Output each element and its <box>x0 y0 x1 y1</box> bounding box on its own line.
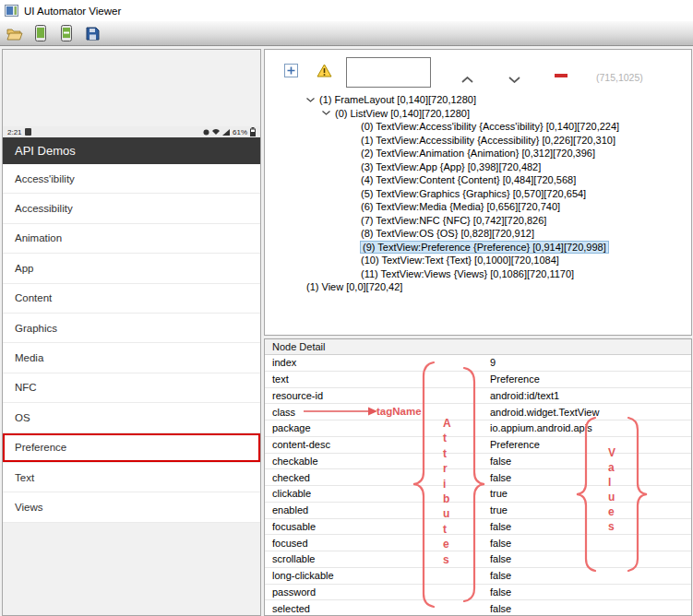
device-status-bar: 2:21 61% <box>3 126 260 137</box>
warning-icon[interactable] <box>317 64 332 81</box>
pointer-coordinates: (715,1025) <box>596 72 643 83</box>
alarm-icon <box>203 129 209 136</box>
table-row-content-desc: content-descPreference <box>265 437 691 454</box>
menu-item-content[interactable]: Content <box>3 284 260 314</box>
menu-item-app[interactable]: App <box>3 254 260 283</box>
node-detail-panel: Node Detail index9 textPreference resour… <box>264 338 692 616</box>
table-row-long-clickable: long-clickablefalse <box>265 568 691 585</box>
table-row-package: packageio.appium.android.apis <box>265 421 691 437</box>
table-row-clickable: clickabletrue <box>265 486 691 503</box>
table-row-resource-id: resource-idandroid:id/text1 <box>265 388 691 405</box>
main-toolbar <box>0 21 693 46</box>
app-title-bar: API Demos <box>3 137 260 164</box>
demo-menu-list: Access'ibility Accessibility Animation A… <box>3 164 260 523</box>
tree-node-textview-4[interactable]: (4) TextView:Content {Content} [0,484][7… <box>265 173 691 187</box>
menu-item-media[interactable]: Media <box>3 343 260 373</box>
wifi-icon <box>212 129 220 135</box>
minus-icon[interactable] <box>555 74 568 77</box>
window-title: UI Automator Viewer <box>24 6 121 17</box>
battery-percent: 61% <box>233 128 247 136</box>
chevron-expanded-icon[interactable] <box>322 111 335 115</box>
tree-node-textview-0[interactable]: (0) TextView:Access'ibility {Access'ibil… <box>265 120 691 134</box>
hierarchy-tree-panel: (715,1025) (1) FrameLayout [0,140][720,1… <box>264 49 692 336</box>
node-detail-table: index9 textPreference resource-idandroid… <box>265 355 691 616</box>
save-icon[interactable] <box>83 24 102 42</box>
tree-node-textview-9-selected[interactable]: (9) TextView:Preference {Preference} [0,… <box>265 241 691 255</box>
table-row-index: index9 <box>265 355 691 372</box>
signal-icon <box>222 129 230 136</box>
tree-node-listview[interactable]: (0) ListView [0,140][720,1280] <box>265 107 691 121</box>
table-row-password: passwordfalse <box>265 585 691 601</box>
table-row-selected: selectedfalse <box>265 600 691 616</box>
menu-item-nfc[interactable]: NFC <box>3 373 260 403</box>
menu-item-os[interactable]: OS <box>3 403 260 432</box>
menu-item-text[interactable]: Text <box>3 463 260 492</box>
table-row-text: textPreference <box>265 372 691 388</box>
tree-node-view[interactable]: (1) View [0,0][720,42] <box>265 280 691 294</box>
tree-node-textview-1[interactable]: (1) TextView:Accessibility {Accessibilit… <box>265 134 691 148</box>
tree-node-textview-6[interactable]: (6) TextView:Media {Media} [0,656][720,7… <box>265 200 691 214</box>
notification-icon <box>25 128 31 136</box>
device-screenshot-panel: 2:21 61% API Demos Access'ibility <box>2 49 261 616</box>
table-row-enabled: enabledtrue <box>265 503 691 519</box>
expand-all-icon[interactable] <box>284 64 298 81</box>
tree-node-textview-10[interactable]: (10) TextView:Text {Text} [0,1000][720,1… <box>265 254 691 267</box>
tree-node-textview-3[interactable]: (3) TextView:App {App} [0,398][720,482] <box>265 160 691 174</box>
status-time: 2:21 <box>7 128 22 136</box>
menu-item-preference[interactable]: Preference <box>3 433 260 463</box>
tree-node-textview-2[interactable]: (2) TextView:Animation {Animation} [0,31… <box>265 147 691 160</box>
title-bar: UI Automator Viewer <box>0 0 693 21</box>
chevron-up-icon[interactable] <box>461 70 473 87</box>
chevron-down-icon[interactable] <box>508 70 520 87</box>
search-input[interactable] <box>346 57 431 88</box>
menu-item-animation[interactable]: Animation <box>3 224 260 254</box>
table-row-focused: focusedfalse <box>265 535 691 551</box>
battery-icon <box>250 127 256 136</box>
tree-node-framelayout[interactable]: (1) FrameLayout [0,140][720,1280] <box>265 93 691 107</box>
table-row-checked: checkedfalse <box>265 469 691 486</box>
node-detail-title: Node Detail <box>265 339 691 355</box>
tree-node-textview-5[interactable]: (5) TextView:Graphics {Graphics} [0,570]… <box>265 187 691 201</box>
device-screen: 2:21 61% API Demos Access'ibility <box>3 126 260 523</box>
menu-item-views[interactable]: Views <box>3 492 260 522</box>
tree-node-textview-7[interactable]: (7) TextView:NFC {NFC} [0,742][720,826] <box>265 214 691 228</box>
device-screenshot-icon[interactable] <box>31 24 50 42</box>
tree-node-textview-11[interactable]: (11) TextView:Views {Views} [0,1086][720… <box>265 267 691 281</box>
menu-item-graphics[interactable]: Graphics <box>3 314 260 343</box>
app-icon <box>5 5 18 17</box>
open-folder-icon[interactable] <box>6 24 24 42</box>
hierarchy-tree: (1) FrameLayout [0,140][720,1280] (0) Li… <box>265 93 691 294</box>
ui-automator-viewer-window: UI Automator Viewer <box>0 0 693 616</box>
tree-node-textview-8[interactable]: (8) TextView:OS {OS} [0,828][720,912] <box>265 227 691 241</box>
table-row-class: classandroid.widget.TextView <box>265 404 691 421</box>
menu-item-accessibility-1[interactable]: Access'ibility <box>3 164 260 194</box>
table-row-scrollable: scrollablefalse <box>265 551 691 568</box>
chevron-expanded-icon[interactable] <box>306 98 319 102</box>
menu-item-accessibility-2[interactable]: Accessibility <box>3 194 260 223</box>
device-screenshot-compressed-icon[interactable] <box>57 24 76 42</box>
table-row-checkable: checkablefalse <box>265 454 691 470</box>
table-row-focusable: focusablefalse <box>265 519 691 536</box>
selected-tree-node: (9) TextView:Preference {Preference} [0,… <box>361 242 608 253</box>
